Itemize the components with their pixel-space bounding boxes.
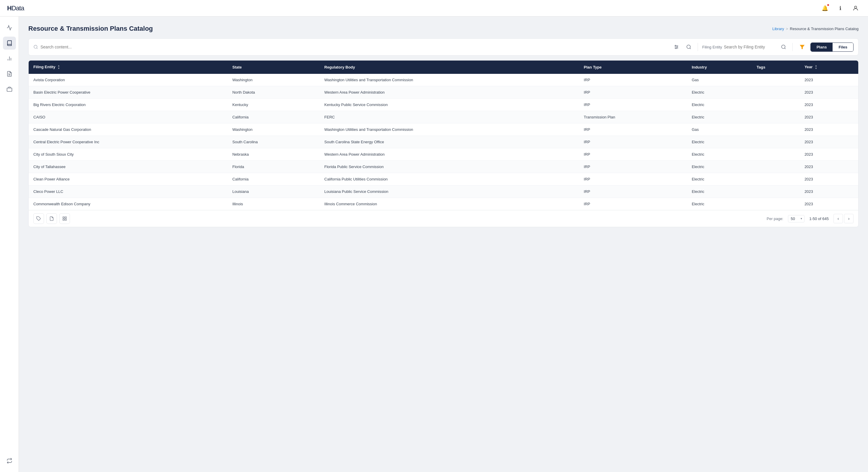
cell-plan_type: IRP (579, 173, 687, 185)
cell-tags (752, 99, 800, 111)
cell-industry: Gas (687, 123, 752, 136)
sliders-icon-button[interactable] (672, 42, 681, 52)
cell-state: Washington (228, 74, 320, 86)
svg-rect-22 (65, 217, 66, 218)
table-row[interactable]: Cascade Natural Gas CorporationWashingto… (29, 123, 858, 136)
search-input[interactable] (40, 45, 669, 49)
table-row[interactable]: Commonwealth Edison CompanyIllinoisIllin… (29, 198, 858, 210)
sidebar-item-analytics[interactable] (3, 21, 16, 34)
filing-entity-input[interactable] (724, 45, 777, 49)
col-header-state[interactable]: State (228, 61, 320, 74)
filter-funnel-button[interactable] (797, 42, 807, 52)
table-row[interactable]: Cleco Power LLCLouisianaLouisiana Public… (29, 185, 858, 198)
cell-tags (752, 74, 800, 86)
sidebar (0, 17, 19, 472)
cell-plan_type: IRP (579, 86, 687, 99)
info-button[interactable]: ℹ (835, 3, 845, 13)
table-row[interactable]: Avista CorporationWashingtonWashington U… (29, 74, 858, 86)
cell-year: 2023 (800, 161, 858, 173)
breadcrumb-library[interactable]: Library (772, 27, 784, 31)
data-table: Filing Entity ▲▼ State Regulatory Body P… (29, 61, 858, 210)
col-header-filing-entity[interactable]: Filing Entity ▲▼ (29, 61, 228, 74)
tag-icon-button[interactable] (33, 213, 44, 224)
cell-plan_type: IRP (579, 185, 687, 198)
table-row[interactable]: Clean Power AllianceCaliforniaCalifornia… (29, 173, 858, 185)
col-header-plan-type[interactable]: Plan Type (579, 61, 687, 74)
cell-regulatory_body: Illinois Commerce Commission (320, 198, 579, 210)
cell-state: Florida (228, 161, 320, 173)
cell-regulatory_body: Kentucky Public Service Commission (320, 99, 579, 111)
cell-tags (752, 198, 800, 210)
page-title: Resource & Transmission Plans Catalog (28, 25, 153, 32)
col-header-year[interactable]: Year ▲▼ (800, 61, 858, 74)
prev-page-button[interactable]: ‹ (833, 214, 843, 223)
cell-tags (752, 173, 800, 185)
cell-plan_type: IRP (579, 99, 687, 111)
col-header-tags[interactable]: Tags (752, 61, 800, 74)
table-row[interactable]: Basin Electric Power CooperativeNorth Da… (29, 86, 858, 99)
cell-industry: Electric (687, 185, 752, 198)
svg-point-12 (675, 45, 676, 46)
footer-left-actions (33, 213, 70, 224)
filing-entity-search-button[interactable] (779, 42, 788, 52)
grid-icon-button[interactable] (59, 213, 70, 224)
cell-year: 2023 (800, 136, 858, 148)
table-row[interactable]: City of TallahasseeFloridaFlorida Public… (29, 161, 858, 173)
sidebar-item-charts[interactable] (3, 52, 16, 65)
notification-button[interactable]: 🔔 (819, 3, 830, 13)
cell-filing_entity: Commonwealth Edison Company (29, 198, 228, 210)
tab-files[interactable]: Files (833, 43, 853, 51)
cell-regulatory_body: Western Area Power Administration (320, 86, 579, 99)
table-footer: Per page: 10 25 50 100 1-50 of 645 ‹ › (29, 210, 858, 227)
cell-plan_type: Transmission Plan (579, 111, 687, 123)
sidebar-item-library[interactable] (3, 37, 16, 50)
filing-entity-search-area: Filing Entity (702, 42, 788, 52)
tab-plans[interactable]: Plans (811, 43, 833, 51)
cell-industry: Gas (687, 74, 752, 86)
table-row[interactable]: City of South Sioux CityNebraskaWestern … (29, 148, 858, 161)
footer-right-pagination: Per page: 10 25 50 100 1-50 of 645 ‹ › (767, 214, 854, 223)
cell-filing_entity: Basin Electric Power Cooperative (29, 86, 228, 99)
next-page-button[interactable]: › (844, 214, 854, 223)
sidebar-item-briefcase[interactable] (3, 83, 16, 96)
cell-filing_entity: Central Electric Power Cooperative Inc (29, 136, 228, 148)
main-content: Resource & Transmission Plans Catalog Li… (19, 17, 868, 472)
table-row[interactable]: Big Rivers Electric CorporationKentuckyK… (29, 99, 858, 111)
svg-point-0 (855, 6, 857, 8)
cell-state: Washington (228, 123, 320, 136)
cell-year: 2023 (800, 111, 858, 123)
col-header-regulatory-body[interactable]: Regulatory Body (320, 61, 579, 74)
cell-industry: Electric (687, 111, 752, 123)
cell-tags (752, 123, 800, 136)
main-search-area (33, 45, 669, 49)
svg-line-18 (784, 48, 785, 49)
app-logo[interactable]: HData (7, 4, 24, 12)
svg-point-7 (34, 45, 37, 49)
sidebar-item-documents[interactable] (3, 67, 16, 80)
svg-rect-6 (7, 88, 12, 92)
cell-industry: Electric (687, 99, 752, 111)
app-layout: Resource & Transmission Plans Catalog Li… (0, 17, 868, 472)
cell-plan_type: IRP (579, 148, 687, 161)
cell-year: 2023 (800, 185, 858, 198)
per-page-select[interactable]: 10 25 50 100 (788, 215, 805, 223)
svg-point-14 (676, 48, 676, 49)
sort-icons-year: ▲▼ (815, 65, 817, 70)
table-row[interactable]: CAISOCaliforniaFERCTransmission PlanElec… (29, 111, 858, 123)
table-row[interactable]: Central Electric Power Cooperative IncSo… (29, 136, 858, 148)
col-header-industry[interactable]: Industry (687, 61, 752, 74)
cell-plan_type: IRP (579, 123, 687, 136)
cell-year: 2023 (800, 123, 858, 136)
cell-tags (752, 148, 800, 161)
data-table-container: Filing Entity ▲▼ State Regulatory Body P… (28, 60, 859, 227)
search-button-main[interactable] (684, 42, 693, 52)
cell-state: California (228, 111, 320, 123)
cell-filing_entity: Cascade Natural Gas Corporation (29, 123, 228, 136)
sidebar-item-switch[interactable] (3, 454, 16, 467)
pagination-info: 1-50 of 645 (809, 216, 829, 221)
user-button[interactable] (850, 3, 861, 13)
per-page-label: Per page: (767, 216, 783, 221)
document-icon-button[interactable] (46, 213, 57, 224)
table-header: Filing Entity ▲▼ State Regulatory Body P… (29, 61, 858, 74)
cell-state: California (228, 173, 320, 185)
